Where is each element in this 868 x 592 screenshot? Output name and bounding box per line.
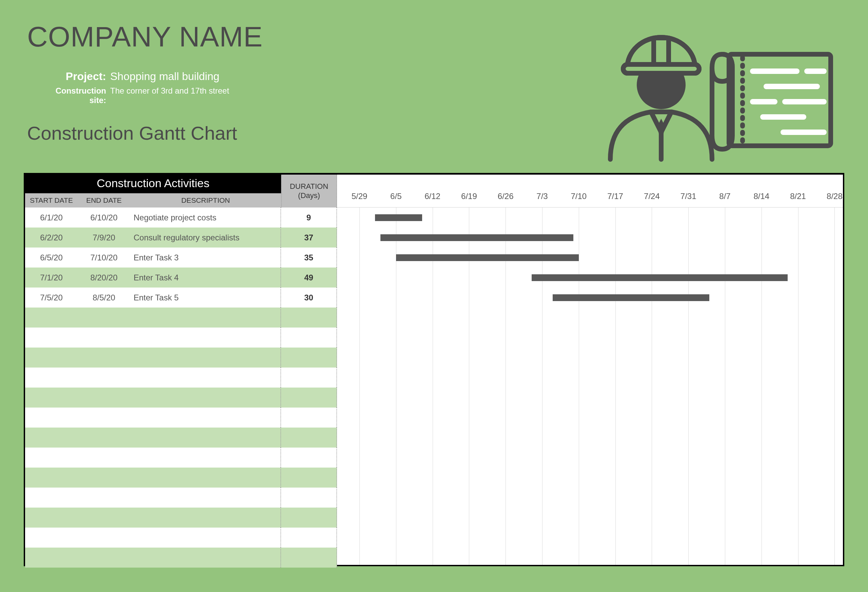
bar-row: [337, 447, 843, 468]
cell-duration: [280, 328, 337, 347]
table-row: 6/1/206/10/20Negotiate project costs9: [25, 208, 337, 227]
cell-start-date: [25, 368, 78, 388]
cell-end-date: [78, 347, 130, 368]
table-row: [25, 328, 337, 347]
table-row: [25, 447, 337, 468]
col-header-desc: DESCRIPTION: [130, 193, 281, 208]
axis-tick-label: 7/3: [536, 192, 548, 201]
axis-tick-label: 6/19: [461, 192, 477, 201]
bar-row: [337, 227, 843, 248]
table-row: [25, 428, 337, 447]
bar-row: [337, 208, 843, 227]
axis-tick-label: 7/17: [607, 192, 623, 201]
task-rows: 6/1/206/10/20Negotiate project costs96/2…: [25, 208, 337, 568]
table-row: 6/2/207/9/20Consult regulatory specialis…: [25, 227, 337, 248]
cell-start-date: [25, 508, 78, 528]
cell-end-date: [78, 528, 130, 548]
cell-duration: 49: [280, 267, 337, 288]
date-axis: 5/296/56/126/196/267/37/107/177/247/318/…: [337, 175, 843, 208]
cell-duration: [280, 368, 337, 388]
bar-row: [337, 428, 843, 447]
bar-row: [337, 368, 843, 388]
cell-duration: 9: [280, 208, 337, 227]
cell-end-date: [78, 447, 130, 468]
table-row: [25, 347, 337, 368]
cell-description: Enter Task 5: [130, 288, 280, 307]
axis-tick-label: 6/5: [390, 192, 402, 201]
cell-end-date: 7/9/20: [78, 227, 130, 248]
table-row: [25, 487, 337, 508]
gantt-bars: [337, 208, 843, 565]
col-header-duration: DURATION (Days): [281, 175, 337, 208]
site-label: Construction site:: [44, 86, 110, 105]
table-row: 7/1/208/20/20Enter Task 449: [25, 267, 337, 288]
table-row: [25, 468, 337, 487]
cell-description: [130, 428, 280, 447]
axis-tick-label: 8/14: [753, 192, 769, 201]
axis-tick-label: 7/10: [571, 192, 587, 201]
axis-tick-label: 8/21: [790, 192, 806, 201]
col-header-start: START DATE: [25, 193, 78, 208]
cell-start-date: [25, 307, 78, 328]
bar-row: [337, 288, 843, 307]
cell-description: [130, 328, 280, 347]
bar-row: [337, 248, 843, 267]
bar-row: [337, 347, 843, 368]
cell-start-date: [25, 548, 78, 568]
cell-end-date: [78, 388, 130, 407]
cell-start-date: 6/5/20: [25, 248, 78, 267]
gantt-bar: [396, 254, 579, 261]
cell-description: [130, 368, 280, 388]
cell-duration: [280, 388, 337, 407]
cell-end-date: 8/5/20: [78, 288, 130, 307]
cell-start-date: 7/5/20: [25, 288, 78, 307]
cell-start-date: 7/1/20: [25, 267, 78, 288]
table-row: 6/5/207/10/20Enter Task 335: [25, 248, 337, 267]
cell-end-date: [78, 468, 130, 487]
page-header: COMPANY NAME Project: Shopping mall buil…: [24, 20, 844, 173]
cell-start-date: [25, 528, 78, 548]
axis-tick-label: 6/26: [498, 192, 514, 201]
cell-start-date: 6/2/20: [25, 227, 78, 248]
bar-row: [337, 508, 843, 528]
gantt-bar: [531, 274, 788, 281]
cell-start-date: [25, 328, 78, 347]
cell-description: [130, 307, 280, 328]
cell-description: [130, 388, 280, 407]
axis-tick-label: 5/29: [351, 192, 368, 201]
table-row: [25, 548, 337, 568]
cell-description: Negotiate project costs: [130, 208, 280, 227]
cell-start-date: [25, 407, 78, 428]
cell-duration: [280, 468, 337, 487]
bar-row: [337, 267, 843, 288]
project-label: Project:: [44, 70, 110, 83]
gantt-bar: [375, 214, 422, 221]
bar-row: [337, 528, 843, 548]
bar-row: [337, 407, 843, 428]
bar-row: [337, 307, 843, 328]
cell-start-date: [25, 347, 78, 368]
cell-start-date: [25, 428, 78, 447]
cell-duration: 30: [280, 288, 337, 307]
cell-description: Enter Task 4: [130, 267, 280, 288]
cell-start-date: [25, 468, 78, 487]
activities-panel: Construction Activities START DATE END D…: [25, 175, 337, 565]
cell-duration: [280, 528, 337, 548]
cell-end-date: 6/10/20: [78, 208, 130, 227]
cell-description: [130, 548, 280, 568]
cell-duration: [280, 347, 337, 368]
cell-end-date: [78, 487, 130, 508]
cell-duration: [280, 307, 337, 328]
gantt-plot-area: 5/296/56/126/196/267/37/107/177/247/318/…: [337, 175, 843, 565]
cell-end-date: [78, 428, 130, 447]
table-row: 7/5/208/5/20Enter Task 530: [25, 288, 337, 307]
cell-description: [130, 508, 280, 528]
table-row: [25, 307, 337, 328]
cell-end-date: [78, 328, 130, 347]
cell-description: [130, 487, 280, 508]
table-row: [25, 368, 337, 388]
cell-start-date: [25, 388, 78, 407]
cell-duration: [280, 407, 337, 428]
cell-duration: [280, 487, 337, 508]
axis-tick-label: 8/7: [719, 192, 730, 201]
